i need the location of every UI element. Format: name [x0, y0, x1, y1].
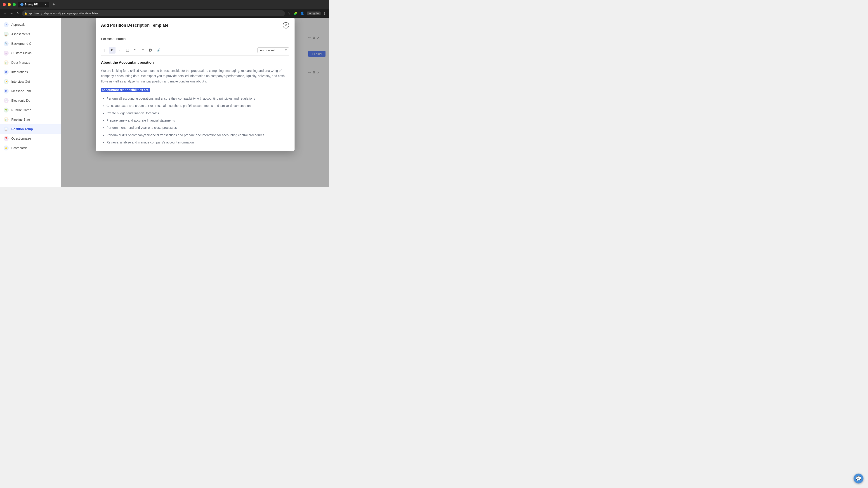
scorecards-icon: ⭐	[4, 145, 8, 151]
modal-title: Add Position Description Template	[101, 23, 168, 28]
modal-body: ¶ B I U S ≡	[96, 32, 294, 151]
close-window-btn[interactable]	[3, 3, 6, 6]
sidebar-label-assessments: Assessments	[11, 32, 30, 36]
bold-btn[interactable]: B	[109, 47, 116, 54]
window-controls	[3, 3, 16, 6]
integrations-icon: ⚙	[4, 70, 8, 74]
highlighted-text: Accountant responsibilities are:	[101, 88, 150, 92]
back-btn[interactable]: ←	[2, 11, 7, 16]
reload-btn[interactable]: ↻	[16, 11, 20, 16]
content-paragraph: We are looking for a skilled Accountant …	[101, 68, 289, 84]
modal-header: Add Position Description Template ✕	[96, 18, 294, 32]
data-manage-icon: 📊	[4, 60, 8, 65]
interview-guide-icon: 📝	[4, 79, 8, 84]
sidebar-label-nurture-camp: Nurture Camp	[11, 108, 31, 112]
assessments-icon: 📋	[4, 32, 8, 37]
position-temp-icon: 📋	[4, 127, 8, 131]
sidebar-label-background: Background C	[11, 42, 31, 45]
content-highlighted-line: Accountant responsibilities are:	[101, 88, 289, 93]
background-icon: 🔍	[4, 41, 8, 46]
sidebar-label-message-temp: Message Tem	[11, 89, 31, 93]
sidebar-label-questionnaire: Questionnaire	[11, 137, 31, 140]
list-btn[interactable]: ≡	[140, 47, 146, 54]
sidebar-label-position-temp: Position Temp	[11, 127, 33, 131]
sidebar-item-scorecards[interactable]: ⭐ Scorecards	[0, 143, 61, 153]
underline-btn[interactable]: U	[124, 47, 131, 54]
tab-close-btn[interactable]: ✕	[44, 3, 46, 6]
main-area: ✓ Approvals 📋 Assessments 🔍 Background C…	[0, 18, 329, 187]
sidebar-label-scorecards: Scorecards	[11, 146, 27, 150]
tab-label: Breezy HR	[25, 3, 38, 6]
message-temp-icon: ✉	[4, 89, 8, 94]
sidebar-item-position-temp[interactable]: 📋 Position Temp	[0, 124, 61, 134]
questionnaire-icon: ❓	[4, 136, 8, 141]
nurture-camp-icon: 🌱	[4, 107, 8, 112]
sidebar-label-pipeline-stage: Pipeline Stag	[11, 118, 30, 121]
template-name-input[interactable]	[101, 36, 289, 41]
list-item: Calculate taxes and create tax returns, …	[106, 103, 289, 108]
editor-toolbar: ¶ B I U S ≡	[101, 45, 289, 56]
sidebar-item-message-temp[interactable]: ✉ Message Tem	[0, 86, 61, 96]
list-item: Perform all accounting operations and en…	[106, 96, 289, 101]
list-item: Retrieve, analyze and manage company's a…	[106, 140, 289, 145]
nav-actions: ☆ 🧩 👤 Incognito ⋮	[287, 11, 327, 16]
image-btn[interactable]: 🖼	[147, 47, 154, 54]
menu-btn[interactable]: ⋮	[322, 11, 327, 16]
sidebar-label-approvals: Approvals	[11, 23, 25, 26]
extensions-btn[interactable]: 🧩	[293, 11, 298, 16]
maximize-window-btn[interactable]	[13, 3, 16, 6]
list-item: Prepare timely and accurate financial st…	[106, 118, 289, 123]
sidebar-item-nurture-camp[interactable]: 🌱 Nurture Camp	[0, 105, 61, 115]
address-bar[interactable]: 🔒 app.breezy.hr/app/c/moodjoy/company/po…	[22, 10, 285, 16]
modal-close-btn[interactable]: ✕	[283, 22, 289, 29]
paragraph-btn[interactable]: ¶	[101, 47, 108, 54]
editor-content[interactable]: About the Accountant position We are loo…	[101, 60, 289, 145]
lock-icon: 🔒	[24, 12, 27, 15]
sidebar-label-integrations: Integrations	[11, 70, 28, 74]
forward-btn[interactable]: →	[9, 11, 14, 16]
strikethrough-btn[interactable]: S	[132, 47, 138, 54]
browser-chrome: Breezy HR ✕ +	[0, 0, 329, 9]
sidebar-item-custom-fields[interactable]: ≡ Custom Fields	[0, 48, 61, 58]
sidebar-item-electronic-doc[interactable]: 📄 Electronic Do	[0, 96, 61, 105]
sidebar-item-background[interactable]: 🔍 Background C	[0, 39, 61, 48]
responsibilities-list: Perform all accounting operations and en…	[101, 96, 289, 145]
sidebar-label-electronic-doc: Electronic Do	[11, 99, 30, 102]
electronic-doc-icon: 📄	[4, 98, 8, 103]
profile-btn[interactable]: 👤	[300, 11, 305, 16]
content-heading: About the Accountant position	[101, 60, 289, 66]
url-text: app.breezy.hr/app/c/moodjoy/company/posi…	[29, 12, 98, 15]
sidebar-item-interview-guide[interactable]: 📝 Interview Gui	[0, 77, 61, 86]
sidebar-item-questionnaire[interactable]: ❓ Questionnaire	[0, 134, 61, 143]
page-content: ✏ ⧉ ✕ + Folder ✏ ⧉ ✕ Add Position Descri…	[61, 18, 329, 187]
sidebar-label-interview-guide: Interview Gui	[11, 80, 30, 84]
sidebar-item-approvals[interactable]: ✓ Approvals	[0, 20, 61, 29]
approvals-icon: ✓	[4, 22, 8, 27]
sidebar-label-data-manage: Data Manage	[11, 61, 30, 64]
nav-bar: ← → ↻ 🔒 app.breezy.hr/app/c/moodjoy/comp…	[0, 9, 329, 18]
sidebar-item-pipeline-stage[interactable]: 📊 Pipeline Stag	[0, 115, 61, 124]
list-item: Create budget and financial forecasts	[106, 111, 289, 116]
link-btn[interactable]: 🔗	[155, 47, 162, 54]
sidebar-item-data-manage[interactable]: 📊 Data Manage	[0, 58, 61, 67]
pipeline-stage-icon: 📊	[4, 117, 8, 122]
new-tab-btn[interactable]: +	[51, 2, 57, 7]
list-item: Perform month-end and year-end close pro…	[106, 125, 289, 130]
tab-bar: Breezy HR ✕ +	[18, 2, 327, 7]
tab-favicon	[20, 3, 24, 6]
minimize-window-btn[interactable]	[8, 3, 11, 6]
category-select[interactable]: Accountant Developer Manager	[257, 47, 289, 53]
bookmark-btn[interactable]: ☆	[287, 11, 291, 16]
sidebar: ✓ Approvals 📋 Assessments 🔍 Background C…	[0, 18, 61, 187]
sidebar-item-assessments[interactable]: 📋 Assessments	[0, 29, 61, 39]
custom-fields-icon: ≡	[4, 51, 8, 56]
list-item: Perform audits of company's financial tr…	[106, 133, 289, 138]
incognito-label: Incognito	[307, 11, 320, 15]
sidebar-item-integrations[interactable]: ⚙ Integrations	[0, 67, 61, 77]
add-template-modal: Add Position Description Template ✕ ¶ B …	[96, 18, 294, 151]
sidebar-label-custom-fields: Custom Fields	[11, 51, 31, 55]
italic-btn[interactable]: I	[116, 47, 123, 54]
active-tab[interactable]: Breezy HR ✕	[18, 2, 49, 7]
